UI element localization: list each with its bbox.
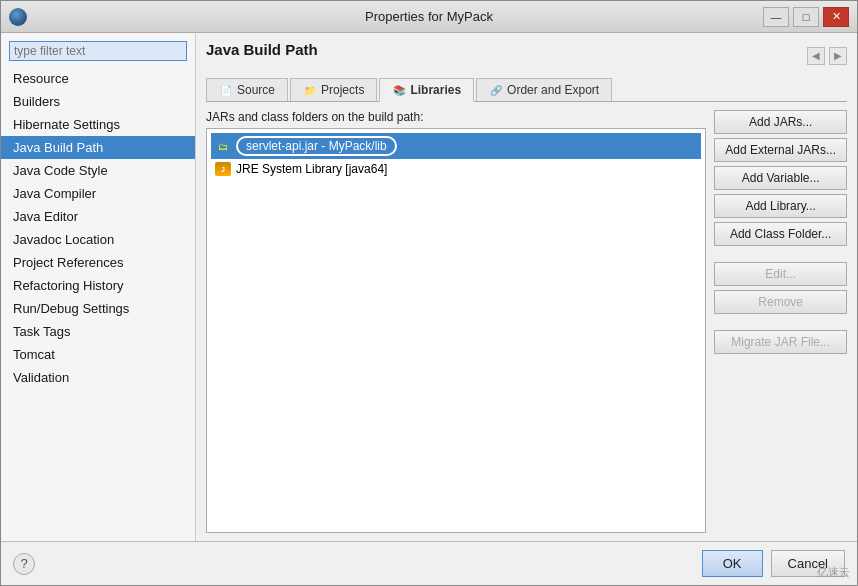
eclipse-icon bbox=[9, 8, 27, 26]
add-jars-button[interactable]: Add JARs... bbox=[714, 110, 847, 134]
add-class-folder-button[interactable]: Add Class Folder... bbox=[714, 222, 847, 246]
nav-forward-button[interactable]: ▶ bbox=[829, 47, 847, 65]
bottom-bar: ? OK Cancel bbox=[1, 541, 857, 585]
sidebar-item-tomcat[interactable]: Tomcat bbox=[1, 343, 195, 366]
tab-order-export[interactable]: 🔗 Order and Export bbox=[476, 78, 612, 101]
tab-libraries[interactable]: 📚 Libraries bbox=[379, 78, 474, 102]
main-panel: Java Build Path ◀ ▶ 📄 Source 📁 Projects … bbox=[196, 33, 857, 541]
help-button[interactable]: ? bbox=[13, 553, 35, 575]
jre-item-label: JRE System Library [java64] bbox=[236, 162, 387, 176]
list-item-servlet-jar[interactable]: 🗂 servlet-api.jar - MyPack/lib bbox=[211, 133, 701, 159]
list-item-jre[interactable]: J JRE System Library [java64] bbox=[211, 159, 701, 179]
window-title: Properties for MyPack bbox=[365, 9, 493, 24]
nav-back-button[interactable]: ◀ bbox=[807, 47, 825, 65]
maximize-button[interactable]: □ bbox=[793, 7, 819, 27]
description-text: JARs and class folders on the build path… bbox=[206, 110, 706, 124]
add-library-button[interactable]: Add Library... bbox=[714, 194, 847, 218]
sidebar-item-java-compiler[interactable]: Java Compiler bbox=[1, 182, 195, 205]
panel-title: Java Build Path bbox=[206, 41, 318, 62]
properties-window: Properties for MyPack — □ ✕ Resource Bui… bbox=[0, 0, 858, 586]
tab-source[interactable]: 📄 Source bbox=[206, 78, 288, 101]
bottom-left: ? bbox=[13, 553, 35, 575]
order-icon: 🔗 bbox=[489, 83, 503, 97]
jar-icon: 🗂 bbox=[215, 138, 231, 154]
sidebar-item-builders[interactable]: Builders bbox=[1, 90, 195, 113]
sidebar-item-java-code-style[interactable]: Java Code Style bbox=[1, 159, 195, 182]
tab-source-label: Source bbox=[237, 83, 275, 97]
sidebar: Resource Builders Hibernate Settings Jav… bbox=[1, 33, 196, 541]
filter-input[interactable] bbox=[9, 41, 187, 61]
build-content: JARs and class folders on the build path… bbox=[206, 110, 847, 533]
watermark: 亿速云 bbox=[817, 565, 850, 580]
sidebar-item-run-debug[interactable]: Run/Debug Settings bbox=[1, 297, 195, 320]
tabs-row: 📄 Source 📁 Projects 📚 Libraries 🔗 Order … bbox=[206, 78, 847, 102]
add-variable-button[interactable]: Add Variable... bbox=[714, 166, 847, 190]
nav-arrows: ◀ ▶ bbox=[807, 47, 847, 65]
minimize-button[interactable]: — bbox=[763, 7, 789, 27]
ok-button[interactable]: OK bbox=[702, 550, 763, 577]
source-icon: 📄 bbox=[219, 83, 233, 97]
jre-icon: J bbox=[215, 162, 231, 176]
sidebar-item-refactoring[interactable]: Refactoring History bbox=[1, 274, 195, 297]
sidebar-item-java-editor[interactable]: Java Editor bbox=[1, 205, 195, 228]
sidebar-item-hibernate[interactable]: Hibernate Settings bbox=[1, 113, 195, 136]
sidebar-item-validation[interactable]: Validation bbox=[1, 366, 195, 389]
content-area: Resource Builders Hibernate Settings Jav… bbox=[1, 33, 857, 541]
sidebar-item-resource[interactable]: Resource bbox=[1, 67, 195, 90]
tab-order-label: Order and Export bbox=[507, 83, 599, 97]
migrate-jar-button[interactable]: Migrate JAR File... bbox=[714, 330, 847, 354]
sidebar-item-java-build-path[interactable]: Java Build Path bbox=[1, 136, 195, 159]
title-bar-left bbox=[9, 8, 27, 26]
tab-projects[interactable]: 📁 Projects bbox=[290, 78, 377, 101]
projects-icon: 📁 bbox=[303, 83, 317, 97]
edit-button[interactable]: Edit... bbox=[714, 262, 847, 286]
tab-projects-label: Projects bbox=[321, 83, 364, 97]
close-button[interactable]: ✕ bbox=[823, 7, 849, 27]
add-external-jars-button[interactable]: Add External JARs... bbox=[714, 138, 847, 162]
sidebar-item-task-tags[interactable]: Task Tags bbox=[1, 320, 195, 343]
title-bar: Properties for MyPack — □ ✕ bbox=[1, 1, 857, 33]
libraries-icon: 📚 bbox=[392, 83, 406, 97]
sidebar-item-project-references[interactable]: Project References bbox=[1, 251, 195, 274]
file-item-label: servlet-api.jar - MyPack/lib bbox=[236, 136, 397, 156]
sidebar-item-javadoc[interactable]: Javadoc Location bbox=[1, 228, 195, 251]
file-list[interactable]: 🗂 servlet-api.jar - MyPack/lib J JRE Sys… bbox=[206, 128, 706, 533]
title-controls: — □ ✕ bbox=[763, 7, 849, 27]
left-section: JARs and class folders on the build path… bbox=[206, 110, 706, 533]
tab-libraries-label: Libraries bbox=[410, 83, 461, 97]
remove-button[interactable]: Remove bbox=[714, 290, 847, 314]
right-buttons: Add JARs... Add External JARs... Add Var… bbox=[714, 110, 847, 533]
